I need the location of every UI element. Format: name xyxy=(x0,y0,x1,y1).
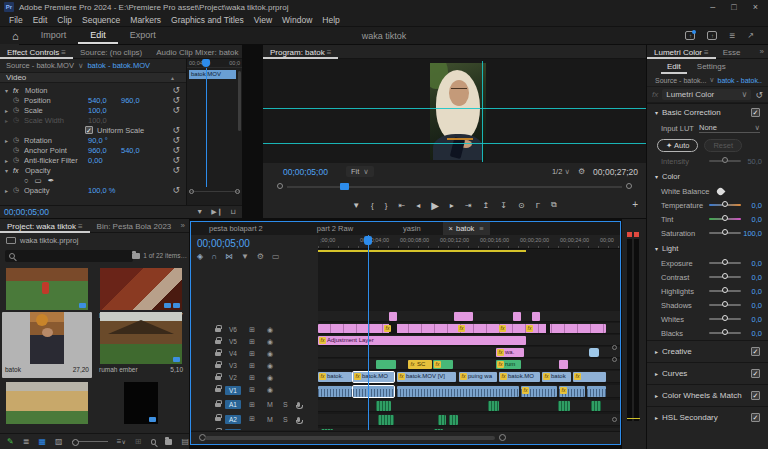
pen-mask-icon[interactable]: ✒ xyxy=(48,176,54,185)
video-clip-batok-mov-v-[interactable]: fxbatok.MOV [V] xyxy=(397,372,456,382)
track-name[interactable]: V5 xyxy=(225,337,241,346)
step-back-icon[interactable]: ◂ xyxy=(416,201,420,210)
zoom-slider[interactable] xyxy=(72,441,108,442)
track-header-v2[interactable]: V2⊞◉ xyxy=(191,372,318,383)
sync-lock-icon[interactable]: ⊞ xyxy=(249,386,255,394)
stopwatch-icon[interactable]: ◷ xyxy=(13,136,24,144)
video-clip[interactable] xyxy=(376,360,396,369)
section-curves[interactable]: ▸Curves✓ xyxy=(647,362,768,384)
highlights-slider[interactable] xyxy=(709,290,741,292)
section-light[interactable]: ▾Light xyxy=(647,240,768,256)
menu-view[interactable]: View xyxy=(249,15,277,25)
solo-button[interactable]: S xyxy=(283,416,288,423)
timeline-content[interactable]: ;00;0000;00;04;0000;00;08;0000;00;12;000… xyxy=(318,235,620,430)
work-area-bar[interactable] xyxy=(318,250,526,252)
basic-correction-checkbox[interactable]: ✓ xyxy=(751,108,760,117)
project-breadcrumb[interactable]: waka tiktok.prproj xyxy=(20,236,78,245)
hsl-secondary-checkbox[interactable]: ✓ xyxy=(751,413,760,422)
audio-clip[interactable] xyxy=(353,386,394,397)
track-header-a1[interactable]: A1⊞MS xyxy=(191,398,318,411)
lock-icon[interactable] xyxy=(215,328,221,332)
eyedropper-icon[interactable] xyxy=(716,186,726,196)
timeline-timecode[interactable]: 00;00;05;00 xyxy=(191,235,318,249)
clip-indicator-left[interactable] xyxy=(627,232,632,237)
reset-icon[interactable]: ↺ xyxy=(172,155,180,165)
workspace-tab-edit[interactable]: Edit xyxy=(78,27,118,44)
scrub-handle-left[interactable] xyxy=(277,183,283,189)
project-item-selected[interactable]: batok27,20 xyxy=(2,312,92,378)
video-clip-batok[interactable]: fxbatok xyxy=(542,372,571,382)
menu-clip[interactable]: Clip xyxy=(52,15,77,25)
temperature-slider[interactable] xyxy=(709,204,741,206)
extract-icon[interactable]: ↧ xyxy=(500,201,507,210)
track-header-v4[interactable]: V4⊞◉ xyxy=(191,348,318,359)
toggle-track-output-icon[interactable]: ◉ xyxy=(267,338,273,346)
comparison-view-icon[interactable]: ⧉ xyxy=(551,200,557,210)
video-clip-rum[interactable]: fxrum xyxy=(496,360,521,369)
ec-mini-clip[interactable]: batok.MOV xyxy=(189,70,236,79)
lumetri-subtab-settings[interactable]: Settings xyxy=(691,62,732,74)
section-creative[interactable]: ▸Creative✓ xyxy=(647,340,768,362)
track-name[interactable]: V4 xyxy=(225,349,241,358)
creative-checkbox[interactable]: ✓ xyxy=(751,347,760,356)
program-scrubber[interactable] xyxy=(281,183,628,191)
project-writable-icon[interactable]: ✎ xyxy=(7,437,14,446)
reset-icon[interactable]: ↺ xyxy=(172,105,180,115)
play-around-icon[interactable]: ▶❙ xyxy=(211,208,222,216)
video-clip[interactable] xyxy=(532,312,540,321)
video-clip-wa-[interactable]: fxwa. xyxy=(496,348,524,357)
video-clip[interactable] xyxy=(559,360,568,369)
video-clip[interactable] xyxy=(589,348,599,357)
timeline-hscrollbar[interactable] xyxy=(191,431,620,444)
menu-graphics-and-titles[interactable]: Graphics and Titles xyxy=(166,15,249,25)
sequence-tab[interactable]: pesta bolapart 2 xyxy=(203,224,269,233)
linked-selection-icon[interactable]: ⋈ xyxy=(225,252,233,261)
video-track-lane[interactable] xyxy=(318,359,620,370)
position-x-value[interactable]: 540,0 xyxy=(88,96,107,105)
video-clip[interactable]: fx xyxy=(433,360,453,369)
track-header-v3[interactable]: V3⊞◉ xyxy=(191,360,318,371)
button-editor-icon[interactable]: + xyxy=(632,196,638,214)
track-header-v1[interactable]: V1⊞◉ xyxy=(191,384,318,396)
toggle-track-output-icon[interactable]: ◉ xyxy=(267,386,273,394)
audio-clip[interactable] xyxy=(378,415,394,425)
reset-icon[interactable]: ↺ xyxy=(172,95,180,105)
lock-icon[interactable] xyxy=(215,417,221,421)
auto-button[interactable]: ✦ Auto xyxy=(657,139,698,152)
minimize-button[interactable]: – xyxy=(710,2,715,12)
audio-clip[interactable] xyxy=(558,401,570,411)
ec-playhead-marker[interactable] xyxy=(202,59,210,67)
rotation-value[interactable]: 90,0 ° xyxy=(88,136,108,145)
section-color-wheels[interactable]: ▸Color Wheels & Match✓ xyxy=(647,384,768,406)
stopwatch-icon[interactable]: ◷ xyxy=(13,106,24,114)
lumetri-subtab-edit[interactable]: Edit xyxy=(661,62,687,74)
captions-icon[interactable]: ▭ xyxy=(272,252,280,261)
audio-clip[interactable]: fx xyxy=(521,386,557,397)
track-name[interactable]: V1 xyxy=(225,386,241,395)
audio-clip[interactable]: fx xyxy=(559,386,585,397)
toggle-track-output-icon[interactable]: ◉ xyxy=(267,326,273,334)
lock-icon[interactable] xyxy=(215,403,221,407)
keyframe-filter-icon[interactable]: ▼ xyxy=(196,208,203,216)
sequence-tab-active[interactable]: ×batok≡ xyxy=(443,222,490,235)
uniform-scale-checkbox[interactable]: ✓ xyxy=(85,126,93,134)
ec-mini-scrollbar[interactable] xyxy=(238,71,241,131)
menu-markers[interactable]: Markers xyxy=(125,15,166,25)
mark-in-icon[interactable]: { xyxy=(371,201,374,210)
shadows-slider[interactable] xyxy=(709,304,741,306)
sync-lock-icon[interactable]: ⊞ xyxy=(249,415,255,423)
automate-to-sequence-icon[interactable]: ⊞ xyxy=(135,437,142,446)
lumetri-effect-dropdown[interactable]: Lumetri Color∨ xyxy=(662,89,751,100)
track-header-a2[interactable]: A2⊞MS xyxy=(191,413,318,425)
sync-lock-icon[interactable]: ⊞ xyxy=(249,362,255,370)
track-name[interactable]: V6 xyxy=(225,325,241,334)
toggle-track-output-icon[interactable]: ◉ xyxy=(267,362,273,370)
video-clip-batok-mo[interactable]: fxbatok.MO xyxy=(499,372,540,382)
search-input[interactable] xyxy=(5,250,133,262)
new-bin-icon[interactable] xyxy=(165,439,172,445)
anti-flicker-value[interactable]: 0,00 xyxy=(88,156,103,165)
audio-meters-panel[interactable] xyxy=(622,219,646,449)
solo-button[interactable]: S xyxy=(283,401,288,408)
lock-icon[interactable] xyxy=(215,352,221,356)
audio-clip[interactable] xyxy=(591,401,601,411)
